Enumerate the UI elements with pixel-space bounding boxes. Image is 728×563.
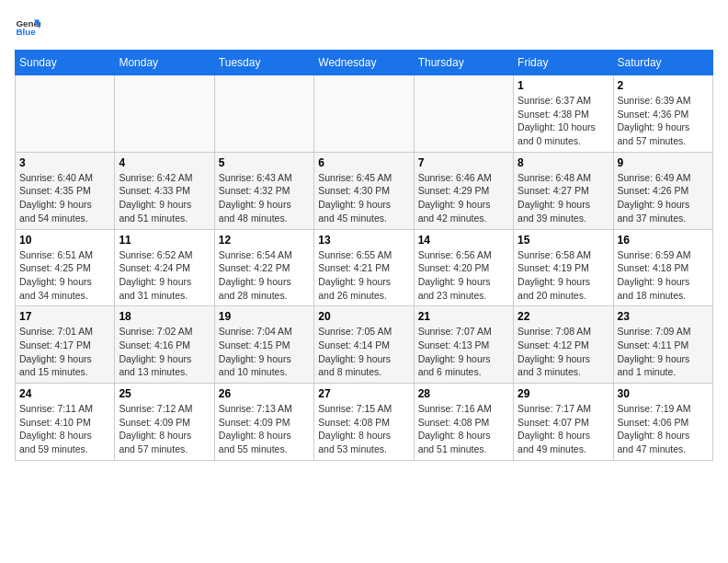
calendar-cell: 3Sunrise: 6:40 AM Sunset: 4:35 PM Daylig… [16,152,115,229]
logo: General Blue [15,15,44,40]
day-info: Sunrise: 6:40 AM Sunset: 4:35 PM Dayligh… [19,171,110,225]
calendar-cell: 23Sunrise: 7:09 AM Sunset: 4:11 PM Dayli… [613,306,712,384]
calendar-cell: 4Sunrise: 6:42 AM Sunset: 4:33 PM Daylig… [115,152,214,229]
day-number: 14 [418,234,509,247]
day-number: 8 [518,156,609,169]
day-info: Sunrise: 6:45 AM Sunset: 4:30 PM Dayligh… [318,171,409,225]
page-header: General Blue [15,15,713,40]
calendar-cell: 19Sunrise: 7:04 AM Sunset: 4:15 PM Dayli… [214,306,313,384]
weekday-header: Wednesday [314,51,414,75]
calendar-cell: 11Sunrise: 6:52 AM Sunset: 4:24 PM Dayli… [115,229,214,306]
calendar-cell: 14Sunrise: 6:56 AM Sunset: 4:20 PM Dayli… [414,229,513,306]
day-number: 28 [418,387,509,400]
day-number: 12 [219,234,310,247]
day-number: 1 [518,79,609,92]
calendar-cell: 22Sunrise: 7:08 AM Sunset: 4:12 PM Dayli… [514,306,613,384]
day-info: Sunrise: 6:49 AM Sunset: 4:26 PM Dayligh… [618,171,709,225]
calendar-cell: 16Sunrise: 6:59 AM Sunset: 4:18 PM Dayli… [613,229,712,306]
calendar-cell: 30Sunrise: 7:19 AM Sunset: 4:06 PM Dayli… [613,384,712,461]
calendar-cell: 5Sunrise: 6:43 AM Sunset: 4:32 PM Daylig… [214,152,313,229]
day-number: 5 [219,156,310,169]
day-info: Sunrise: 6:42 AM Sunset: 4:33 PM Dayligh… [119,171,210,225]
day-number: 15 [518,234,609,247]
day-number: 23 [618,310,709,323]
day-info: Sunrise: 6:54 AM Sunset: 4:22 PM Dayligh… [219,248,310,303]
day-info: Sunrise: 6:43 AM Sunset: 4:32 PM Dayligh… [219,171,310,225]
calendar-cell: 8Sunrise: 6:48 AM Sunset: 4:27 PM Daylig… [514,152,613,229]
weekday-header: Monday [115,51,214,75]
day-number: 29 [518,387,609,400]
day-info: Sunrise: 7:07 AM Sunset: 4:13 PM Dayligh… [418,325,509,379]
calendar-cell: 2Sunrise: 6:39 AM Sunset: 4:36 PM Daylig… [613,75,712,153]
calendar-cell: 17Sunrise: 7:01 AM Sunset: 4:17 PM Dayli… [16,306,115,384]
calendar-week-row: 10Sunrise: 6:51 AM Sunset: 4:25 PM Dayli… [16,229,713,306]
calendar-week-row: 17Sunrise: 7:01 AM Sunset: 4:17 PM Dayli… [16,306,713,384]
calendar-cell: 29Sunrise: 7:17 AM Sunset: 4:07 PM Dayli… [514,384,613,461]
calendar-cell: 9Sunrise: 6:49 AM Sunset: 4:26 PM Daylig… [613,152,712,229]
weekday-header: Friday [514,51,613,75]
day-info: Sunrise: 7:17 AM Sunset: 4:07 PM Dayligh… [518,402,609,456]
logo-icon: General Blue [15,15,40,40]
calendar-cell: 21Sunrise: 7:07 AM Sunset: 4:13 PM Dayli… [414,306,513,384]
calendar-cell: 28Sunrise: 7:16 AM Sunset: 4:08 PM Dayli… [414,384,513,461]
calendar-cell: 18Sunrise: 7:02 AM Sunset: 4:16 PM Dayli… [115,306,214,384]
day-info: Sunrise: 7:02 AM Sunset: 4:16 PM Dayligh… [119,325,210,379]
day-number: 2 [618,79,709,92]
day-number: 27 [318,387,409,400]
day-info: Sunrise: 6:56 AM Sunset: 4:20 PM Dayligh… [418,248,509,303]
calendar-cell [314,75,414,153]
day-number: 13 [318,234,409,247]
calendar-cell: 10Sunrise: 6:51 AM Sunset: 4:25 PM Dayli… [16,229,115,306]
calendar-cell: 20Sunrise: 7:05 AM Sunset: 4:14 PM Dayli… [314,306,414,384]
calendar-table: SundayMondayTuesdayWednesdayThursdayFrid… [15,50,713,461]
day-info: Sunrise: 7:16 AM Sunset: 4:08 PM Dayligh… [418,402,509,456]
calendar-cell [414,75,513,153]
day-info: Sunrise: 7:01 AM Sunset: 4:17 PM Dayligh… [19,325,110,379]
day-number: 11 [119,234,210,247]
calendar-cell: 1Sunrise: 6:37 AM Sunset: 4:38 PM Daylig… [514,75,613,153]
day-number: 18 [119,310,210,323]
day-info: Sunrise: 6:37 AM Sunset: 4:38 PM Dayligh… [518,94,609,148]
day-info: Sunrise: 6:52 AM Sunset: 4:24 PM Dayligh… [119,248,210,303]
calendar-cell [16,75,115,153]
calendar-cell: 7Sunrise: 6:46 AM Sunset: 4:29 PM Daylig… [414,152,513,229]
day-number: 10 [19,234,110,247]
calendar-cell: 27Sunrise: 7:15 AM Sunset: 4:08 PM Dayli… [314,384,414,461]
day-number: 17 [19,310,110,323]
day-info: Sunrise: 7:05 AM Sunset: 4:14 PM Dayligh… [318,325,409,379]
day-number: 3 [19,156,110,169]
day-info: Sunrise: 6:55 AM Sunset: 4:21 PM Dayligh… [318,248,409,303]
calendar-week-row: 24Sunrise: 7:11 AM Sunset: 4:10 PM Dayli… [16,384,713,461]
day-info: Sunrise: 7:13 AM Sunset: 4:09 PM Dayligh… [219,402,310,456]
day-info: Sunrise: 7:15 AM Sunset: 4:08 PM Dayligh… [318,402,409,456]
day-info: Sunrise: 7:04 AM Sunset: 4:15 PM Dayligh… [219,325,310,379]
day-info: Sunrise: 7:08 AM Sunset: 4:12 PM Dayligh… [518,325,609,379]
calendar-cell: 12Sunrise: 6:54 AM Sunset: 4:22 PM Dayli… [214,229,313,306]
day-number: 4 [119,156,210,169]
calendar-cell: 13Sunrise: 6:55 AM Sunset: 4:21 PM Dayli… [314,229,414,306]
day-info: Sunrise: 6:59 AM Sunset: 4:18 PM Dayligh… [618,248,709,303]
day-info: Sunrise: 6:39 AM Sunset: 4:36 PM Dayligh… [618,94,709,148]
day-info: Sunrise: 7:09 AM Sunset: 4:11 PM Dayligh… [618,325,709,379]
day-number: 6 [318,156,409,169]
day-number: 30 [618,387,709,400]
day-number: 26 [219,387,310,400]
day-number: 16 [618,234,709,247]
day-info: Sunrise: 6:46 AM Sunset: 4:29 PM Dayligh… [418,171,509,225]
day-number: 22 [518,310,609,323]
calendar-body: 1Sunrise: 6:37 AM Sunset: 4:38 PM Daylig… [16,75,713,461]
calendar-cell [115,75,214,153]
calendar-cell: 15Sunrise: 6:58 AM Sunset: 4:19 PM Dayli… [514,229,613,306]
day-number: 21 [418,310,509,323]
calendar-cell [214,75,313,153]
day-number: 24 [19,387,110,400]
calendar-header: SundayMondayTuesdayWednesdayThursdayFrid… [16,51,713,75]
day-info: Sunrise: 7:12 AM Sunset: 4:09 PM Dayligh… [119,402,210,456]
calendar-cell: 6Sunrise: 6:45 AM Sunset: 4:30 PM Daylig… [314,152,414,229]
calendar-cell: 25Sunrise: 7:12 AM Sunset: 4:09 PM Dayli… [115,384,214,461]
weekday-header: Saturday [613,51,712,75]
day-number: 7 [418,156,509,169]
day-number: 9 [618,156,709,169]
calendar-week-row: 1Sunrise: 6:37 AM Sunset: 4:38 PM Daylig… [16,75,713,153]
day-number: 19 [219,310,310,323]
